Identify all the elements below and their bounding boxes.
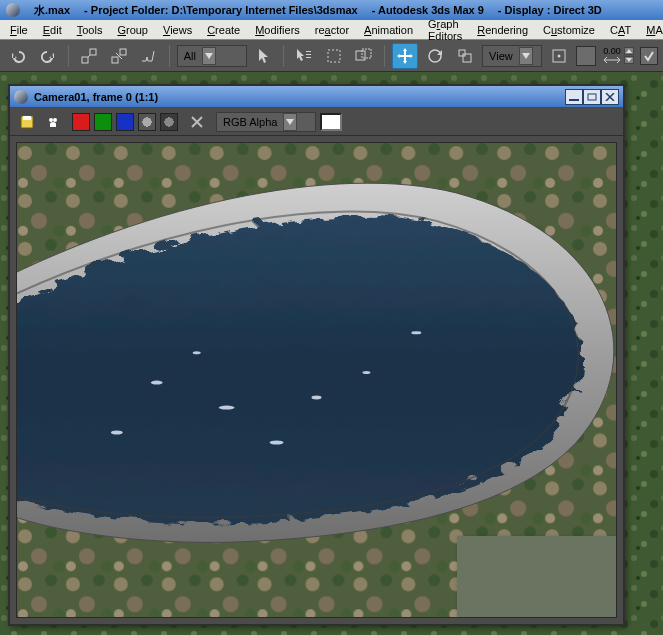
viewport[interactable]: Camera01, frame 0 (1:1) RGB Alpha: [0, 72, 663, 635]
svg-point-12: [429, 50, 441, 62]
dropdown-arrow-icon: [519, 47, 533, 65]
green-channel-toggle[interactable]: [94, 113, 112, 131]
render-image-canvas[interactable]: [16, 142, 617, 618]
menu-tools[interactable]: Tools: [71, 22, 109, 38]
menu-views[interactable]: Views: [157, 22, 198, 38]
render-window-titlebar[interactable]: Camera01, frame 0 (1:1): [10, 86, 623, 108]
svg-point-40: [270, 440, 284, 444]
close-button[interactable]: [601, 89, 619, 105]
svg-rect-7: [306, 54, 311, 55]
render-frame-window: Camera01, frame 0 (1:1) RGB Alpha: [8, 84, 625, 626]
svg-point-43: [411, 331, 421, 334]
svg-rect-14: [463, 54, 471, 62]
channel-dropdown-label: RGB Alpha: [223, 116, 277, 128]
svg-point-41: [111, 431, 123, 435]
render-window-title: Camera01, frame 0 (1:1): [34, 91, 158, 103]
menu-graph-editors[interactable]: Graph Editors: [422, 16, 468, 44]
manipulate-button[interactable]: [576, 46, 596, 66]
dropdown-arrow-icon: [202, 47, 216, 65]
menu-rendering[interactable]: Rendering: [471, 22, 534, 38]
rectangular-select-button[interactable]: [321, 43, 347, 69]
swatch-preview: [320, 113, 342, 131]
svg-point-39: [312, 396, 322, 400]
menu-file[interactable]: File: [4, 22, 34, 38]
svg-point-37: [151, 381, 163, 385]
svg-rect-11: [362, 49, 371, 58]
spinner-buttons[interactable]: [624, 47, 634, 64]
svg-point-28: [49, 118, 53, 122]
menu-maxscript[interactable]: MAXScrip: [640, 22, 663, 38]
save-image-button[interactable]: [16, 111, 38, 133]
svg-rect-0: [82, 57, 88, 63]
svg-rect-27: [23, 116, 31, 120]
select-by-name-button[interactable]: [291, 43, 317, 69]
ref-coord-dropdown[interactable]: View: [482, 45, 542, 67]
axis-lock-icon: [602, 56, 622, 64]
red-channel-toggle[interactable]: [72, 113, 90, 131]
spinner-value: 0.00: [603, 47, 621, 56]
window-crossing-button[interactable]: [351, 43, 377, 69]
svg-rect-25: [588, 94, 596, 100]
svg-point-42: [362, 371, 370, 374]
display-driver-label: - Display : Direct 3D: [498, 4, 602, 16]
bind-spacewarp-button[interactable]: [136, 43, 162, 69]
menu-edit[interactable]: Edit: [37, 22, 68, 38]
select-object-button[interactable]: [251, 43, 277, 69]
menu-group[interactable]: Group: [111, 22, 154, 38]
monochrome-toggle[interactable]: [160, 113, 178, 131]
dropdown-arrow-icon: [283, 113, 297, 131]
menu-animation[interactable]: Animation: [358, 22, 419, 38]
menu-modifiers[interactable]: Modifiers: [249, 22, 306, 38]
select-and-scale-button[interactable]: [452, 43, 478, 69]
svg-rect-9: [328, 50, 340, 62]
svg-rect-6: [306, 51, 311, 52]
select-and-rotate-button[interactable]: [422, 43, 448, 69]
svg-rect-8: [306, 57, 311, 58]
menu-customize[interactable]: Customize: [537, 22, 601, 38]
file-name: 水.max: [34, 3, 70, 18]
project-folder-label: - Project Folder: D:\Temporary Internet …: [84, 4, 358, 16]
undo-button[interactable]: [5, 43, 31, 69]
svg-rect-13: [459, 50, 465, 56]
menu-reactor[interactable]: reactor: [309, 22, 355, 38]
render-window-toolbar: RGB Alpha: [10, 108, 623, 136]
svg-line-5: [116, 53, 122, 59]
link-button[interactable]: [76, 43, 102, 69]
app-name-label: - Autodesk 3ds Max 9: [372, 4, 484, 16]
minimize-button[interactable]: [565, 89, 583, 105]
unlink-button[interactable]: [106, 43, 132, 69]
alpha-channel-toggle[interactable]: [138, 113, 156, 131]
svg-point-38: [219, 406, 235, 410]
ref-coord-label: View: [489, 50, 513, 62]
svg-point-44: [193, 351, 201, 354]
svg-rect-3: [112, 57, 118, 63]
svg-point-16: [557, 54, 560, 57]
maximize-button[interactable]: [583, 89, 601, 105]
redo-button[interactable]: [35, 43, 61, 69]
svg-rect-10: [356, 51, 365, 60]
render-window-logo-icon: [14, 90, 28, 104]
svg-rect-24: [569, 99, 579, 101]
titlebar: 水.max - Project Folder: D:\Temporary Int…: [0, 0, 663, 20]
selection-filter-dropdown[interactable]: All: [177, 45, 247, 67]
svg-rect-1: [90, 49, 96, 55]
clone-window-button[interactable]: [42, 111, 64, 133]
watermark-overlay: [457, 536, 617, 618]
select-and-move-button[interactable]: [392, 43, 418, 69]
svg-line-2: [88, 55, 90, 57]
selection-filter-label: All: [184, 50, 196, 62]
menu-create[interactable]: Create: [201, 22, 246, 38]
main-toolbar: All View 0.00: [0, 40, 663, 72]
snap-toggle-button[interactable]: [640, 47, 658, 65]
clear-button[interactable]: [186, 111, 208, 133]
menubar: File Edit Tools Group Views Create Modif…: [0, 20, 663, 40]
svg-point-29: [53, 118, 57, 122]
use-center-button[interactable]: [546, 43, 572, 69]
svg-rect-4: [120, 49, 126, 55]
blue-channel-toggle[interactable]: [116, 113, 134, 131]
app-logo-icon: [6, 3, 20, 17]
channel-dropdown[interactable]: RGB Alpha: [216, 112, 316, 132]
menu-cat[interactable]: CAT: [604, 22, 637, 38]
